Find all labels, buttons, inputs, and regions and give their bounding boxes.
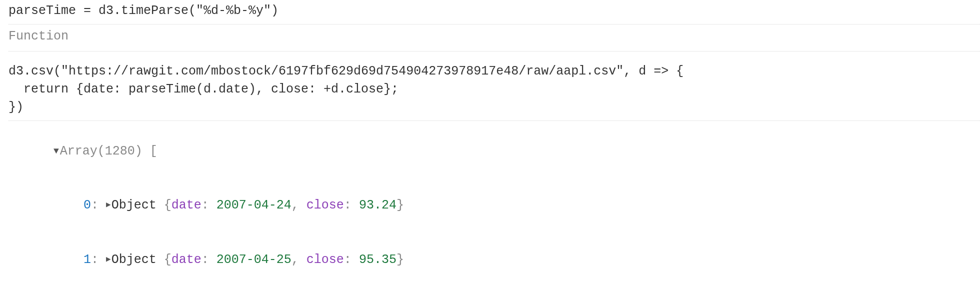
caret-right-icon[interactable]: ▶ (106, 254, 111, 266)
prop-value: 2007-04-25 (216, 252, 292, 267)
caret-right-icon[interactable]: ▶ (106, 200, 111, 211)
array-header[interactable]: ▼Array(1280) [ (8, 124, 980, 178)
code-line: d3.csv("https://rawgit.com/mbostock/6197… (8, 62, 980, 80)
code-input-1[interactable]: parseTime = d3.timeParse("%d-%b-%y") (8, 0, 980, 24)
notebook-cell-2: d3.csv("https://rawgit.com/mbostock/6197… (0, 60, 980, 288)
array-body: 0: ▶Object {date: 2007-04-24, close: 93.… (8, 178, 980, 288)
prop-value: 93.24 (359, 198, 396, 212)
output-value: Function (8, 28, 980, 46)
caret-down-icon[interactable]: ▼ (54, 144, 59, 158)
prop-key: close (306, 252, 344, 267)
prop-value: 95.35 (359, 252, 396, 267)
object-label: Object (112, 198, 156, 212)
prop-key: date (172, 252, 202, 267)
code-input-2[interactable]: d3.csv("https://rawgit.com/mbostock/6197… (8, 60, 980, 121)
array-index: 1 (84, 252, 91, 267)
code-line: }) (8, 98, 980, 116)
array-label: Array(1280) [ (60, 144, 158, 158)
notebook-cell-1: parseTime = d3.timeParse("%d-%b-%y") Fun… (0, 0, 980, 52)
prop-key: close (306, 198, 344, 212)
object-label: Object (112, 252, 156, 267)
code-line: parseTime = d3.timeParse("%d-%b-%y") (8, 2, 980, 20)
prop-value: 2007-04-24 (216, 198, 292, 212)
array-item[interactable]: 1: ▶Object {date: 2007-04-25, close: 95.… (8, 233, 980, 288)
array-item[interactable]: 0: ▶Object {date: 2007-04-24, close: 93.… (8, 178, 980, 233)
cell-output-2[interactable]: ▼Array(1280) [ 0: ▶Object {date: 2007-04… (8, 120, 980, 288)
cell-output-1[interactable]: Function (8, 24, 980, 51)
code-line: return {date: parseTime(d.date), close: … (8, 80, 980, 98)
array-index: 0 (84, 198, 91, 212)
prop-key: date (172, 198, 202, 212)
